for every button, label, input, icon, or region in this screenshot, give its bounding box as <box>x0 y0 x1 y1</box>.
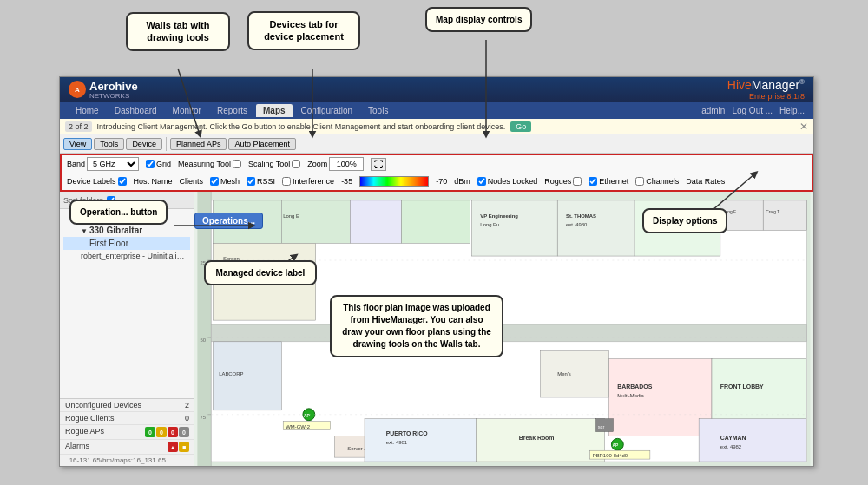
nav-dashboard[interactable]: Dashboard <box>108 104 164 117</box>
device-button[interactable]: Device <box>126 138 162 150</box>
top-nav: Home Dashboard Monitor Reports Maps Conf… <box>60 102 813 119</box>
sidebar-item-firstfloor[interactable]: First Floor <box>63 237 190 250</box>
sidebar: Sort folders ▼home - Aerohive ▼330 Gibra… <box>60 192 194 466</box>
rssi-control: RSSI <box>247 177 275 186</box>
interference-checkbox[interactable] <box>282 177 291 186</box>
svg-text:Craig T: Craig T <box>766 210 779 214</box>
svg-text:BARBADOS: BARBADOS <box>617 383 652 390</box>
callout-floor-plan: This floor plan image was uploaded from … <box>330 295 503 357</box>
view-button[interactable]: View <box>63 138 92 150</box>
svg-text:St. THOMAS: St. THOMAS <box>566 213 596 219</box>
svg-text:ext. 4982: ext. 4982 <box>720 444 741 449</box>
grid-control: Grid <box>146 160 171 168</box>
stat-unconfigured: Unconfigured Devices 2 <box>60 399 194 412</box>
rogues-control: Rogues <box>544 177 582 186</box>
svg-text:CAYMAN: CAYMAN <box>720 435 746 441</box>
badge-alarm-yellow: ■ <box>179 442 189 452</box>
band-select[interactable]: 5 GHz 2.4 GHz <box>87 157 139 171</box>
nav-tools[interactable]: Tools <box>361 104 395 117</box>
scaling-tool-control: Scaling Tool <box>248 160 300 168</box>
logout-link[interactable]: Log Out ... <box>732 106 773 115</box>
rssi-checkbox[interactable] <box>247 177 255 186</box>
stat-alarms: Alarms ▲ ■ <box>60 440 194 455</box>
nav-configuration[interactable]: Configuration <box>294 104 359 117</box>
sidebar-item-robert[interactable]: robert_enterprise - Uninitialized <box>63 250 190 262</box>
svg-text:PUERTO RICO: PUERTO RICO <box>386 430 428 436</box>
aerohive-logo-icon: A <box>69 81 86 98</box>
badge-yellow: 0 <box>156 427 167 437</box>
nav-reports[interactable]: Reports <box>210 104 254 117</box>
map-toolbar-container: Band 5 GHz 2.4 GHz Grid Measuring Tool S… <box>60 154 813 192</box>
app-window: A Aerohive NETWORKS HiveManager® Enterpr… <box>59 76 814 467</box>
callout-managed-device: Managed device label <box>204 260 317 285</box>
nav-monitor[interactable]: Monitor <box>166 104 208 117</box>
top-nav-right: admin Log Out ... Help... <box>701 106 805 115</box>
zoom-control: Zoom <box>307 157 364 171</box>
svg-text:50: 50 <box>200 338 206 343</box>
badge-green: 0 <box>145 427 155 437</box>
svg-text:PBR100-8d4d0: PBR100-8d4d0 <box>593 453 628 458</box>
svg-rect-57 <box>699 419 806 462</box>
svg-rect-24 <box>471 200 557 256</box>
svg-text:Break Room: Break Room <box>519 435 555 441</box>
sidebar-item-330[interactable]: ▼330 Gibraltar <box>63 224 190 237</box>
fullscreen-button[interactable]: ⛶ <box>371 158 386 171</box>
host-name-control: Host Name <box>134 177 173 186</box>
device-labels-control: Device Labels <box>67 177 127 186</box>
badge-gray: 0 <box>179 427 189 437</box>
operations-button[interactable]: Operations... <box>194 213 263 229</box>
ethernet-control: Ethernet <box>589 177 628 186</box>
main-toolbar: View Tools Device Planned APs Auto Place… <box>60 134 813 154</box>
go-button[interactable]: Go <box>510 121 531 132</box>
callout-display-options: Display options <box>642 208 727 233</box>
data-rates-control: Data Rates <box>686 177 725 186</box>
mesh-control: Mesh <box>210 177 240 186</box>
rogues-checkbox[interactable] <box>573 177 582 186</box>
channels-checkbox[interactable] <box>635 177 644 186</box>
zoom-input[interactable] <box>329 157 364 171</box>
top-nav-left: Home Dashboard Monitor Reports Maps Conf… <box>69 104 395 117</box>
tools-button[interactable]: Tools <box>94 138 124 150</box>
interference-control: Interference <box>282 177 334 186</box>
badge-alarm-red: ▲ <box>168 442 178 452</box>
nav-home[interactable]: Home <box>69 104 106 117</box>
nodes-locked-checkbox[interactable] <box>477 177 486 186</box>
nodes-locked-control: Nodes Locked <box>477 177 538 186</box>
map-toolbar-top: Band 5 GHz 2.4 GHz Grid Measuring Tool S… <box>62 155 812 173</box>
auto-placement-button[interactable]: Auto Placement <box>228 138 296 150</box>
callout-walls: Walls tab with drawing tools <box>126 12 230 51</box>
svg-rect-52 <box>365 419 476 462</box>
svg-text:Multi-Media: Multi-Media <box>617 393 644 398</box>
notification-close[interactable]: ✕ <box>799 121 808 133</box>
heat-scale-bar <box>359 176 429 187</box>
map-toolbar-bottom: Device Labels Host Name Clients Mesh RSS… <box>62 173 812 190</box>
nav-maps[interactable]: Maps <box>256 104 293 117</box>
svg-text:Long E: Long E <box>283 213 299 219</box>
mesh-checkbox[interactable] <box>210 177 219 186</box>
planned-aps-button[interactable]: Planned APs <box>170 138 227 150</box>
svg-text:LABCORP: LABCORP <box>219 371 243 377</box>
hivemanager-brand: HiveManager® Enterprise 8.1r8 <box>727 78 805 101</box>
svg-text:Men's: Men's <box>557 371 571 377</box>
stat-rogue-aps: Rogue APs 0 0 0 0 <box>60 425 194 440</box>
measuring-tool-checkbox[interactable] <box>233 160 241 168</box>
svg-text:AP: AP <box>304 414 311 418</box>
svg-text:FRONT LOBBY: FRONT LOBBY <box>720 383 764 390</box>
aerohive-logo-text: Aerohive NETWORKS <box>89 80 138 100</box>
channels-control: Channels <box>635 177 679 186</box>
svg-text:AP: AP <box>612 443 619 448</box>
help-link[interactable]: Help... <box>779 106 805 115</box>
svg-text:Long Fu: Long Fu <box>480 222 499 227</box>
scaling-tool-checkbox[interactable] <box>292 160 300 168</box>
svg-rect-48 <box>540 351 608 397</box>
svg-rect-35 <box>763 200 806 231</box>
dbm-min: -35 <box>341 177 352 186</box>
sidebar-stats: Unconfigured Devices 2 Rogue Clients 0 R… <box>60 398 194 466</box>
top-bar: A Aerohive NETWORKS HiveManager® Enterpr… <box>60 77 813 102</box>
grid-checkbox[interactable] <box>146 160 155 168</box>
notification-message: Introducing Client Management. Click the… <box>97 122 506 131</box>
callout-map-controls: Map display controls <box>425 7 532 32</box>
device-labels-checkbox[interactable] <box>118 177 127 186</box>
svg-rect-19 <box>350 200 401 243</box>
ethernet-checkbox[interactable] <box>589 177 597 186</box>
